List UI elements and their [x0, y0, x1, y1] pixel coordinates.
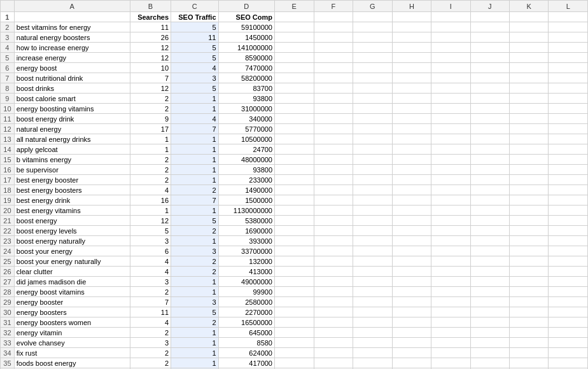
- cell-keyword[interactable]: increase energy: [14, 53, 130, 63]
- cell-searches[interactable]: 12: [130, 216, 171, 226]
- cell-searches[interactable]: 2: [130, 155, 171, 165]
- cell-searches[interactable]: 4: [130, 317, 171, 328]
- header-searches[interactable]: Searches: [130, 12, 171, 22]
- cell-searches[interactable]: 11: [130, 307, 171, 317]
- cell-seo-comp[interactable]: 93800: [218, 94, 275, 104]
- cell-seo-traffic[interactable]: 5: [171, 43, 218, 53]
- cell-keyword[interactable]: boost your energy naturally: [14, 256, 130, 267]
- cell-seo-comp[interactable]: 141000000: [218, 43, 275, 53]
- cell-seo-traffic[interactable]: 5: [171, 307, 218, 317]
- cell-seo-comp[interactable]: 24700: [218, 144, 275, 155]
- cell-seo-comp[interactable]: 132000: [218, 256, 275, 267]
- cell-searches[interactable]: 4: [130, 256, 171, 267]
- cell-seo-comp[interactable]: 8590000: [218, 53, 275, 63]
- cell-seo-traffic[interactable]: 1: [171, 348, 218, 358]
- cell-searches[interactable]: 2: [130, 348, 171, 358]
- cell-keyword[interactable]: energy booster: [14, 297, 130, 307]
- cell-seo-traffic[interactable]: 5: [171, 216, 218, 226]
- header-keyword[interactable]: Keyword: [14, 12, 130, 22]
- cell-seo-traffic[interactable]: 11: [171, 32, 218, 43]
- cell-keyword[interactable]: evolve chansey: [14, 338, 130, 348]
- cell-keyword[interactable]: clear clutter: [14, 267, 130, 277]
- cell-seo-traffic[interactable]: 1: [171, 287, 218, 297]
- col-header-h[interactable]: H: [392, 1, 431, 12]
- cell-seo-comp[interactable]: 624000: [218, 348, 275, 358]
- cell-seo-traffic[interactable]: 7: [171, 195, 218, 205]
- cell-seo-comp[interactable]: 417000: [218, 358, 275, 368]
- cell-seo-traffic[interactable]: 1: [171, 358, 218, 368]
- cell-seo-comp[interactable]: 1490000: [218, 185, 275, 195]
- cell-searches[interactable]: 6: [130, 246, 171, 256]
- cell-searches[interactable]: 3: [130, 277, 171, 287]
- cell-seo-traffic[interactable]: 4: [171, 114, 218, 124]
- cell-keyword[interactable]: fix rust: [14, 348, 130, 358]
- cell-keyword[interactable]: be supervisor: [14, 165, 130, 175]
- header-seo-traffic[interactable]: SEO Traffic: [171, 12, 218, 22]
- cell-seo-traffic[interactable]: 3: [171, 246, 218, 256]
- cell-searches[interactable]: 2: [130, 287, 171, 297]
- cell-keyword[interactable]: boost energy levels: [14, 226, 130, 236]
- cell-seo-traffic[interactable]: 2: [171, 226, 218, 236]
- cell-keyword[interactable]: boost drinks: [14, 83, 130, 94]
- cell-keyword[interactable]: b vitamins energy: [14, 155, 130, 165]
- cell-seo-comp[interactable]: 48000000: [218, 155, 275, 165]
- cell-keyword[interactable]: apply gelcoat: [14, 144, 130, 155]
- cell-seo-comp[interactable]: 16500000: [218, 317, 275, 328]
- cell-seo-comp[interactable]: 5380000: [218, 216, 275, 226]
- cell-searches[interactable]: 2: [130, 175, 171, 185]
- cell-keyword[interactable]: boost energy drink: [14, 114, 130, 124]
- col-header-g[interactable]: G: [353, 1, 393, 12]
- cell-seo-comp[interactable]: 7470000: [218, 63, 275, 73]
- cell-seo-comp[interactable]: 33700000: [218, 246, 275, 256]
- cell-seo-traffic[interactable]: 1: [171, 175, 218, 185]
- cell-searches[interactable]: 9: [130, 114, 171, 124]
- cell-seo-traffic[interactable]: 1: [171, 277, 218, 287]
- cell-seo-comp[interactable]: 413000: [218, 267, 275, 277]
- cell-keyword[interactable]: boost calorie smart: [14, 94, 130, 104]
- cell-searches[interactable]: 2: [130, 358, 171, 368]
- cell-seo-traffic[interactable]: 7: [171, 124, 218, 134]
- cell-seo-comp[interactable]: 83700: [218, 83, 275, 94]
- cell-keyword[interactable]: boost your energy: [14, 246, 130, 256]
- cell-searches[interactable]: 2: [130, 94, 171, 104]
- cell-seo-comp[interactable]: 49000000: [218, 277, 275, 287]
- cell-searches[interactable]: 1: [130, 144, 171, 155]
- cell-keyword[interactable]: natural energy: [14, 124, 130, 134]
- cell-seo-comp[interactable]: 1130000000: [218, 205, 275, 216]
- cell-keyword[interactable]: natural energy boosters: [14, 32, 130, 43]
- cell-seo-traffic[interactable]: 2: [171, 185, 218, 195]
- cell-searches[interactable]: 16: [130, 195, 171, 205]
- cell-keyword[interactable]: energy boost: [14, 63, 130, 73]
- cell-seo-comp[interactable]: 8580: [218, 338, 275, 348]
- cell-keyword[interactable]: best energy boosters: [14, 185, 130, 195]
- cell-seo-comp[interactable]: 645000: [218, 328, 275, 338]
- cell-seo-traffic[interactable]: 1: [171, 104, 218, 114]
- cell-seo-traffic[interactable]: 5: [171, 83, 218, 94]
- col-header-l[interactable]: L: [549, 1, 588, 12]
- cell-searches[interactable]: 3: [130, 338, 171, 348]
- cell-keyword[interactable]: energy boosters women: [14, 317, 130, 328]
- cell-seo-comp[interactable]: 59100000: [218, 22, 275, 32]
- cell-seo-traffic[interactable]: 1: [171, 94, 218, 104]
- cell-seo-comp[interactable]: 58200000: [218, 73, 275, 83]
- cell-seo-traffic[interactable]: 1: [171, 328, 218, 338]
- col-header-i[interactable]: I: [431, 1, 470, 12]
- cell-keyword[interactable]: boost nutritional drink: [14, 73, 130, 83]
- cell-seo-comp[interactable]: 10500000: [218, 134, 275, 144]
- cell-seo-traffic[interactable]: 1: [171, 205, 218, 216]
- cell-searches[interactable]: 12: [130, 53, 171, 63]
- cell-seo-comp[interactable]: 233000: [218, 175, 275, 185]
- cell-keyword[interactable]: best energy drink: [14, 195, 130, 205]
- cell-seo-traffic[interactable]: 3: [171, 73, 218, 83]
- cell-seo-traffic[interactable]: 1: [171, 165, 218, 175]
- cell-keyword[interactable]: all natural energy drinks: [14, 134, 130, 144]
- col-header-k[interactable]: K: [509, 1, 549, 12]
- cell-keyword[interactable]: foods boost energy: [14, 358, 130, 368]
- cell-searches[interactable]: 1: [130, 205, 171, 216]
- cell-seo-traffic[interactable]: 1: [171, 144, 218, 155]
- cell-seo-traffic[interactable]: 2: [171, 317, 218, 328]
- cell-keyword[interactable]: best vitamins for energy: [14, 22, 130, 32]
- cell-keyword[interactable]: best energy vitamins: [14, 205, 130, 216]
- cell-keyword[interactable]: energy boosting vitamins: [14, 104, 130, 114]
- cell-searches[interactable]: 4: [130, 185, 171, 195]
